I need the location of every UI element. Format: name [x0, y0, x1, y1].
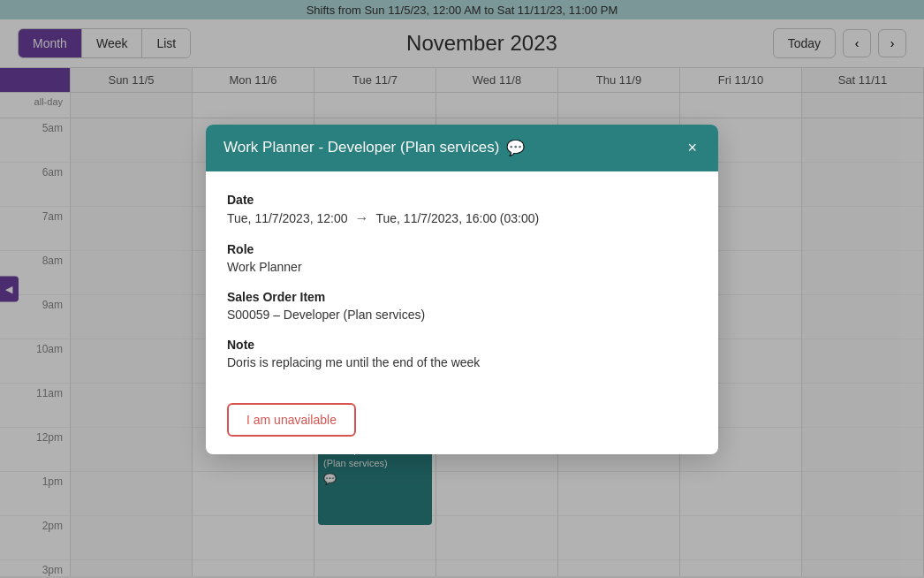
modal-body: Date Tue, 11/7/2023, 12:00 → Tue, 11/7/2…	[206, 171, 718, 454]
modal: Work Planner - Developer (Plan services)…	[206, 125, 718, 454]
date-arrow-icon: →	[354, 210, 368, 226]
unavailable-button[interactable]: I am unavailable	[227, 403, 356, 437]
date-end: Tue, 11/7/2023, 16:00 (03:00)	[375, 211, 539, 225]
note-value: Doris is replacing me until the end of t…	[227, 355, 697, 369]
role-field-group: Role Work Planner	[227, 242, 697, 274]
modal-close-button[interactable]: ×	[684, 139, 701, 157]
note-field-group: Note Doris is replacing me until the end…	[227, 338, 697, 369]
date-start: Tue, 11/7/2023, 12:00	[227, 211, 347, 225]
modal-overlay: Work Planner - Developer (Plan services)…	[0, 0, 924, 578]
sales-order-field-group: Sales Order Item S00059 – Developer (Pla…	[227, 290, 697, 322]
note-label: Note	[227, 338, 697, 352]
date-label: Date	[227, 193, 697, 207]
role-value: Work Planner	[227, 260, 697, 274]
date-field-group: Date Tue, 11/7/2023, 12:00 → Tue, 11/7/2…	[227, 193, 697, 226]
sales-order-value: S00059 – Developer (Plan services)	[227, 308, 697, 322]
modal-header: Work Planner - Developer (Plan services)…	[206, 125, 718, 171]
modal-title: Work Planner - Developer (Plan services)…	[223, 139, 525, 157]
role-label: Role	[227, 242, 697, 256]
modal-chat-icon: 💬	[506, 139, 525, 157]
sales-order-label: Sales Order Item	[227, 290, 697, 304]
modal-title-text: Work Planner - Developer (Plan services)	[223, 139, 499, 156]
date-value: Tue, 11/7/2023, 12:00 → Tue, 11/7/2023, …	[227, 210, 697, 226]
